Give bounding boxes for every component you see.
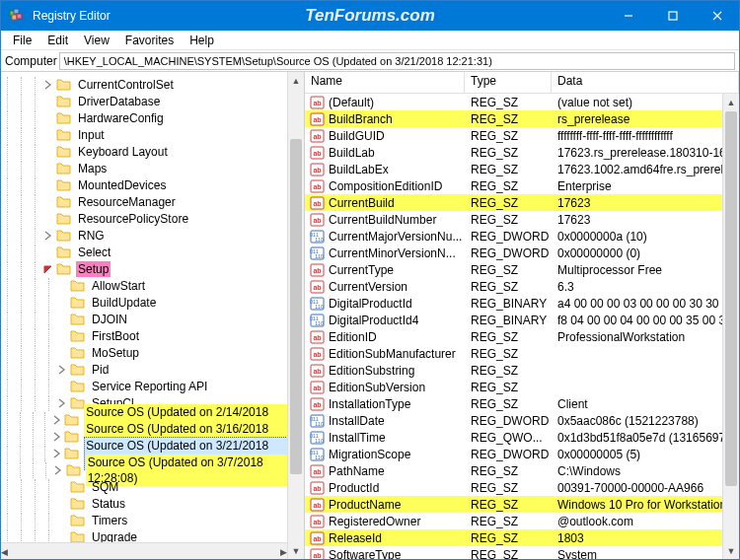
value-row[interactable]: CurrentBuildNumberREG_SZ17623: [305, 211, 739, 228]
tree-node[interactable]: Service Reporting API: [1, 378, 304, 394]
value-row[interactable]: PathNameREG_SZC:\Windows: [305, 462, 739, 479]
folder-icon: [64, 446, 80, 461]
tree-node[interactable]: SQM: [1, 478, 304, 495]
tree-node[interactable]: ResourceManager: [1, 193, 304, 210]
string-value-icon: [309, 145, 325, 161]
scroll-down-icon[interactable]: ▼: [723, 542, 739, 559]
value-row[interactable]: BuildLabExREG_SZ17623.1002.amd64fre.rs_p…: [305, 161, 739, 177]
value-row[interactable]: DigitalProductId4REG_BINARYf8 04 00 00 0…: [305, 312, 739, 328]
chevron-right-icon[interactable]: [56, 397, 68, 409]
close-button[interactable]: [695, 1, 739, 31]
twisty-none: [56, 347, 68, 359]
chevron-down-icon[interactable]: [42, 263, 54, 275]
value-type: REG_SZ: [465, 163, 552, 176]
value-row[interactable]: ProductNameREG_SZWindows 10 Pro for Work…: [305, 496, 739, 513]
value-row[interactable]: SoftwareTypeREG_SZSystem: [305, 546, 739, 559]
tree-node[interactable]: Input: [1, 126, 304, 143]
value-row[interactable]: CurrentMinorVersionN...REG_DWORD0x000000…: [305, 245, 739, 261]
tree-node[interactable]: Maps: [1, 160, 304, 176]
value-row[interactable]: MigrationScopeREG_DWORD0x00000005 (5): [305, 446, 739, 462]
menu-edit[interactable]: Edit: [39, 32, 76, 49]
tree-node-label: Status: [90, 496, 127, 512]
tree-node[interactable]: ResourcePolicyStore: [1, 210, 304, 227]
chevron-right-icon[interactable]: [51, 414, 62, 426]
tree-node[interactable]: Timers: [1, 512, 304, 528]
value-row[interactable]: InstallationTypeREG_SZClient: [305, 395, 739, 412]
value-name: ProductName: [329, 498, 401, 512]
value-type: REG_SZ: [465, 464, 552, 478]
chevron-right-icon[interactable]: [51, 448, 62, 459]
menu-file[interactable]: File: [5, 32, 39, 49]
menu-favorites[interactable]: Favorites: [117, 32, 182, 49]
column-header-name[interactable]: Name: [305, 72, 465, 93]
value-row[interactable]: EditionSubManufacturerREG_SZ: [305, 345, 739, 362]
tree-node[interactable]: Select: [1, 244, 304, 260]
value-row[interactable]: EditionIDREG_SZProfessionalWorkstation: [305, 328, 739, 345]
tree-node[interactable]: MoSetup: [1, 344, 304, 361]
value-row[interactable]: CurrentBuildREG_SZ17623: [305, 194, 739, 211]
value-row[interactable]: RegisteredOwnerREG_SZ @outlook.com: [305, 513, 739, 529]
twisty-none: [56, 314, 68, 325]
value-type: REG_BINARY: [465, 314, 552, 327]
value-row[interactable]: (Default)REG_SZ(value not set): [305, 94, 739, 110]
value-row[interactable]: EditionSubstringREG_SZ: [305, 362, 739, 379]
scroll-up-icon[interactable]: ▲: [723, 94, 739, 110]
scroll-up-icon[interactable]: ▲: [288, 72, 304, 89]
tree-node[interactable]: HardwareConfig: [1, 109, 304, 126]
column-header-type[interactable]: Type: [465, 72, 552, 93]
tree-node[interactable]: BuildUpdate: [1, 294, 304, 311]
value-row[interactable]: InstallDateREG_DWORD0x5aac086c (15212237…: [305, 412, 739, 429]
address-path-input[interactable]: \HKEY_LOCAL_MACHINE\SYSTEM\Setup\Source …: [59, 52, 735, 70]
value-row[interactable]: CurrentVersionREG_SZ6.3: [305, 278, 739, 295]
chevron-right-icon[interactable]: [51, 431, 62, 443]
tree-node[interactable]: CurrentControlSet: [1, 76, 304, 93]
value-data: Windows 10 Pro for Workstations Insider …: [552, 498, 739, 512]
tree-node[interactable]: DJOIN: [1, 311, 304, 327]
list-vertical-scrollbar[interactable]: ▲ ▼: [722, 94, 739, 559]
value-row[interactable]: BuildGUIDREG_SZffffffff-ffff-ffff-ffff-f…: [305, 127, 739, 144]
value-row[interactable]: InstallTimeREG_QWO...0x1d3bd51f8a05e7d (…: [305, 429, 739, 446]
menu-view[interactable]: View: [76, 32, 117, 49]
registry-tree[interactable]: CurrentControlSetDriverDatabaseHardwareC…: [1, 76, 304, 559]
maximize-button[interactable]: [650, 1, 695, 31]
chevron-right-icon[interactable]: [56, 364, 68, 376]
tree-node[interactable]: FirstBoot: [1, 327, 304, 344]
tree-node[interactable]: Setup: [1, 260, 304, 277]
value-row[interactable]: BuildBranchREG_SZrs_prerelease: [305, 110, 739, 127]
scroll-thumb[interactable]: [725, 111, 737, 486]
scroll-down-icon[interactable]: ▼: [288, 542, 304, 559]
chevron-right-icon[interactable]: [52, 464, 63, 476]
tree-node[interactable]: AllowStart: [1, 277, 304, 294]
tree-node[interactable]: DriverDatabase: [1, 93, 304, 109]
value-row[interactable]: CompositionEditionIDREG_SZEnterprise: [305, 177, 739, 194]
chevron-right-icon[interactable]: [42, 230, 54, 242]
value-row[interactable]: DigitalProductIdREG_BINARYa4 00 00 00 03…: [305, 295, 739, 312]
value-row[interactable]: ProductIdREG_SZ00391-70000-00000-AA966: [305, 479, 739, 496]
twisty-none: [56, 498, 68, 510]
value-row[interactable]: EditionSubVersionREG_SZ: [305, 379, 739, 395]
scroll-right-icon[interactable]: ▶: [280, 543, 287, 559]
tree-node[interactable]: RNG: [1, 227, 304, 244]
string-value-icon: [309, 128, 325, 144]
tree-node[interactable]: Source OS (Updated on 3/7/2018 12:28:08): [1, 461, 304, 478]
menu-help[interactable]: Help: [182, 32, 222, 49]
twisty-none: [56, 297, 68, 309]
value-row[interactable]: CurrentTypeREG_SZMultiprocessor Free: [305, 261, 739, 278]
tree-node[interactable]: Keyboard Layout: [1, 143, 304, 160]
value-name: BuildLab: [329, 146, 375, 160]
scroll-left-icon[interactable]: ◀: [1, 543, 8, 559]
minimize-button[interactable]: [606, 1, 650, 31]
tree-node[interactable]: MountedDevices: [1, 176, 304, 193]
value-row[interactable]: CurrentMajorVersionNu...REG_DWORD0x00000…: [305, 228, 739, 245]
scroll-thumb[interactable]: [290, 139, 302, 474]
value-row[interactable]: ReleaseIdREG_SZ1803: [305, 529, 739, 546]
value-type: REG_SZ: [465, 263, 552, 277]
tree-horizontal-scrollbar[interactable]: ◀ ▶: [1, 542, 287, 559]
tree-node-label: Select: [76, 245, 112, 260]
tree-node[interactable]: Status: [1, 495, 304, 512]
value-row[interactable]: BuildLabREG_SZ17623.rs_prerelease.180310…: [305, 144, 739, 161]
chevron-right-icon[interactable]: [42, 79, 54, 91]
column-header-data[interactable]: Data: [552, 72, 739, 93]
tree-vertical-scrollbar[interactable]: ▲ ▼: [287, 72, 304, 559]
tree-node[interactable]: Pid: [1, 361, 304, 378]
